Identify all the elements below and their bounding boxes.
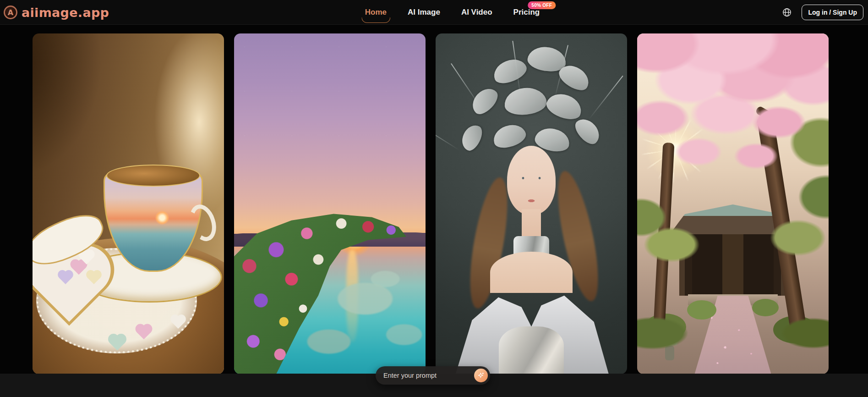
generate-button[interactable] [474, 369, 488, 382]
face-shape [507, 146, 556, 215]
tea-surface-shape [106, 165, 200, 187]
nav-links: Home AI Image AI Video Pricing 50% OFF [365, 0, 540, 25]
language-button[interactable] [781, 7, 792, 18]
nav-item-home-label: Home [365, 8, 387, 17]
nav-item-ai-image-label: AI Image [408, 8, 440, 17]
gallery-image-flower-island[interactable] [234, 33, 426, 374]
gallery-image-teacup[interactable] [33, 33, 224, 374]
gallery-image-silver-portrait[interactable] [436, 33, 627, 374]
silver-bodice-shape [499, 326, 564, 374]
globe-icon [782, 7, 792, 17]
image-gallery [33, 33, 829, 374]
silver-leaf [490, 55, 530, 87]
sparkle-icon [477, 372, 485, 379]
star-field [234, 33, 426, 224]
silver-leaf [458, 122, 486, 154]
page: A aiimage.app Home AI Image AI Video Pri… [0, 0, 868, 397]
active-underline [361, 17, 390, 23]
nav-item-pricing[interactable]: Pricing 50% OFF [513, 8, 540, 17]
login-signup-button[interactable]: Log in / Sign Up [802, 5, 863, 20]
headdress-wire [436, 120, 459, 150]
brand-logo[interactable]: A aiimage.app [4, 0, 109, 25]
nav-item-ai-video-label: AI Video [461, 8, 492, 17]
prompt-input[interactable] [376, 366, 474, 385]
silver-leaf [544, 89, 585, 123]
nav-item-ai-video[interactable]: AI Video [461, 8, 492, 17]
gallery-image-sakura-garden[interactable] [637, 33, 829, 374]
headdress-wire [589, 76, 623, 120]
brand-name: aiimage.app [22, 6, 109, 20]
brand-a-icon: A [4, 6, 17, 19]
prompt-bar [376, 366, 490, 385]
silver-leaf [491, 121, 529, 151]
silver-leaf [468, 84, 502, 118]
nav-item-ai-image[interactable]: AI Image [408, 8, 440, 17]
blossom-canopy [637, 33, 829, 245]
nav-item-home[interactable]: Home [365, 8, 387, 17]
silver-leaf [503, 86, 548, 116]
chest-shape [490, 252, 573, 293]
discount-badge: 50% OFF [528, 1, 556, 9]
top-nav: A aiimage.app Home AI Image AI Video Pri… [0, 0, 868, 25]
nav-actions: Log in / Sign Up [781, 0, 863, 25]
silver-leaf [571, 115, 604, 148]
